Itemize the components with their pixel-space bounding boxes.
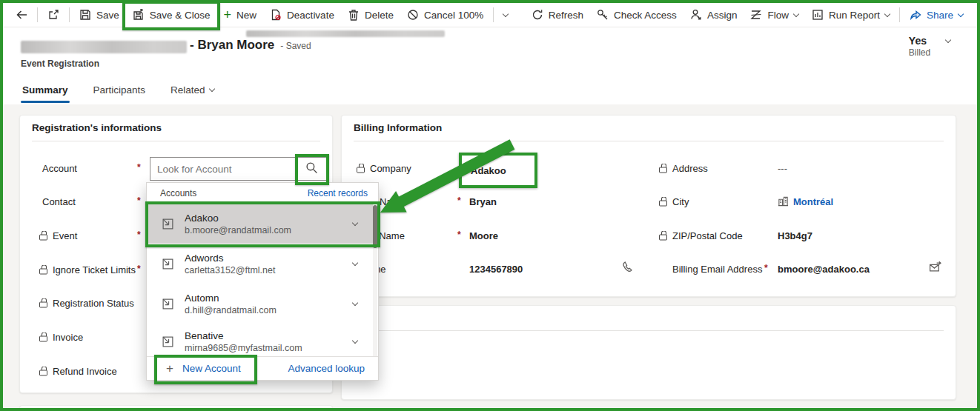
event-field-label: Event — [39, 230, 77, 241]
record-name: - Bryan Moore — [190, 38, 274, 53]
ignore-limits-label-text: Ignore Ticket Limits — [53, 264, 136, 275]
toolbar-divider — [37, 7, 38, 22]
required-marker: * — [457, 196, 461, 206]
flow-label: Flow — [767, 10, 789, 21]
registration-status-label-text: Registration Status — [53, 298, 134, 309]
run-report-button[interactable]: Run Report — [805, 6, 896, 24]
form-tabs: Summary Participants Related — [3, 76, 977, 104]
cancel-button[interactable]: Cancel 100% — [400, 6, 490, 24]
deactivate-button[interactable]: Deactivate — [263, 6, 341, 24]
lock-icon — [39, 235, 47, 241]
assign-button[interactable]: Assign — [683, 6, 744, 24]
tab-participants[interactable]: Participants — [92, 81, 148, 98]
form-body: Registration's informations Account * Co… — [3, 104, 977, 408]
delete-label: Delete — [365, 10, 394, 21]
lookup-search-button[interactable] — [296, 158, 327, 180]
deactivate-icon — [270, 9, 282, 21]
city-value-wrap: Montréal — [778, 196, 833, 207]
contact-field-label: Contact — [42, 196, 76, 207]
tab-related[interactable]: Related — [169, 81, 216, 98]
toolbar-divider — [69, 7, 70, 22]
check-access-button[interactable]: Check Access — [590, 6, 683, 24]
refresh-button[interactable]: Refresh — [525, 6, 590, 24]
flow-button[interactable]: Flow — [744, 6, 805, 24]
lock-icon — [357, 167, 365, 173]
header-billed-field[interactable]: Yes Billed — [909, 35, 950, 58]
result-email: mirna9685@myfastmail.com — [185, 343, 342, 353]
chevron-down-icon[interactable] — [352, 337, 358, 343]
chevron-down-icon — [884, 10, 890, 16]
popout-icon — [47, 9, 59, 21]
billing-email-label-text: Billing Email Address — [672, 264, 762, 275]
result-name: Adakoo — [185, 213, 342, 224]
advanced-lookup-link[interactable]: Advanced lookup — [288, 363, 365, 374]
last-name-value[interactable]: Moore — [469, 230, 498, 241]
account-record-icon — [162, 258, 174, 270]
lock-icon — [39, 269, 47, 275]
save-icon — [79, 9, 91, 21]
flyout-scrollbar-thumb[interactable] — [373, 205, 377, 248]
toolbar-divider — [493, 7, 494, 22]
billed-value: Yes — [909, 35, 927, 47]
phone-icon[interactable] — [622, 261, 634, 276]
result-email: d.hill@randatmail.com — [185, 305, 342, 315]
redacted-record-name — [21, 41, 187, 53]
tab-summary[interactable]: Summary — [21, 81, 70, 98]
zip-value[interactable]: H3b4g7 — [778, 230, 812, 241]
tab-related-label: Related — [170, 84, 205, 96]
email-send-icon[interactable] — [929, 261, 941, 277]
refresh-icon — [532, 9, 543, 21]
chevron-down-icon[interactable] — [352, 299, 358, 305]
company-field-label: Company — [357, 163, 411, 174]
share-button[interactable]: Share — [903, 6, 970, 24]
chevron-down-icon[interactable] — [352, 219, 358, 225]
lookup-result-automn[interactable]: Automn d.hill@randatmail.com — [147, 284, 375, 324]
lookup-result-benative[interactable]: Benative mirna9685@myfastmail.com — [147, 324, 375, 359]
chevron-down-icon[interactable] — [352, 259, 358, 265]
command-bar-left: Save Save & Close + New Deactivate Delet… — [9, 3, 514, 27]
result-email: carletta3152@ftml.net — [185, 265, 342, 275]
record-title: - Bryan Moore - Saved — [190, 38, 311, 53]
lookup-result-adakoo[interactable]: Adakoo b.moore@randatmail.com — [147, 204, 375, 244]
deactivate-label: Deactivate — [287, 10, 334, 21]
city-field-label: City — [659, 196, 689, 207]
new-account-button[interactable]: + New Account — [166, 361, 241, 376]
new-label: New — [236, 10, 256, 21]
redacted-text — [246, 30, 445, 37]
event-label-text: Event — [53, 230, 77, 241]
contact-label-text: Contact — [42, 196, 76, 207]
back-button[interactable] — [9, 6, 34, 24]
save-close-button[interactable]: Save & Close — [126, 6, 217, 24]
refund-invoice-label-text: Refund Invoice — [53, 366, 117, 377]
account-lookup — [150, 157, 328, 181]
report-icon — [812, 9, 824, 21]
popout-button[interactable] — [41, 6, 66, 24]
required-marker: * — [137, 264, 141, 274]
recent-records-link[interactable]: Recent records — [308, 188, 368, 198]
first-name-value[interactable]: Bryan — [469, 196, 497, 207]
new-button[interactable]: + New — [217, 7, 264, 24]
save-button[interactable]: Save — [73, 6, 126, 24]
phone-value[interactable]: 1234567890 — [469, 264, 523, 275]
record-header: - Bryan Moore - Saved Event Registration… — [3, 27, 977, 76]
required-marker: * — [457, 230, 461, 240]
lower-section — [341, 305, 956, 400]
company-value[interactable]: Adakoo — [471, 165, 506, 176]
back-icon — [16, 9, 27, 21]
key-icon — [597, 9, 609, 21]
required-marker: * — [764, 263, 768, 273]
lookup-result-adwords[interactable]: Adwords carletta3152@ftml.net — [147, 244, 375, 284]
flyout-header: Accounts Recent records — [147, 183, 378, 204]
search-icon — [305, 161, 318, 176]
city-value[interactable]: Montréal — [793, 196, 833, 207]
invoice-field-label: Invoice — [39, 332, 83, 343]
overflow-button[interactable] — [497, 11, 514, 19]
delete-button[interactable]: Delete — [341, 6, 400, 24]
tab-summary-label: Summary — [22, 84, 68, 96]
lock-icon — [39, 370, 47, 376]
account-field-label: Account — [42, 163, 77, 174]
refund-invoice-field-label: Refund Invoice — [39, 366, 117, 377]
billing-email-value[interactable]: bmoore@adakoo.ca — [778, 264, 870, 275]
billed-label: Billed — [909, 47, 950, 58]
plus-icon: + — [166, 361, 173, 376]
